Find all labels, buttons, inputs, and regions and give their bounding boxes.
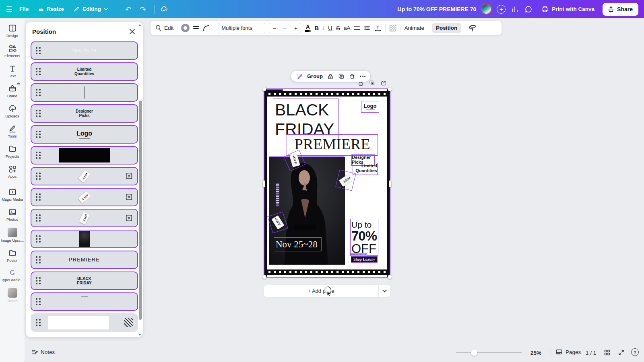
layer-row-2-text[interactable]: LimitedQuantities (31, 62, 138, 81)
lock-button[interactable] (327, 73, 334, 80)
edit-icon (155, 25, 162, 31)
notes-button[interactable]: Notes (31, 349, 55, 355)
letter-case-button[interactable]: aA (344, 25, 351, 31)
sidebar-item-text[interactable]: Text (0, 61, 25, 81)
help-button[interactable]: ? (631, 348, 639, 356)
export-icon[interactable] (380, 80, 386, 86)
transparency-button[interactable] (389, 25, 396, 32)
position-button[interactable]: Position (432, 23, 461, 33)
print-with-canva-button[interactable]: Print with Canva (538, 3, 598, 15)
sidebar-item-tools[interactable]: Tools (0, 121, 25, 141)
redo-button[interactable]: ↷ (137, 5, 149, 14)
font-size-value[interactable]: -- (283, 25, 287, 31)
font-size-minus-button[interactable]: − (272, 25, 276, 31)
layer-price-tag: OFF (78, 191, 91, 203)
sidebar-item-tracer[interactable]: Tracer (0, 285, 25, 306)
scroll-down-icon[interactable]: ▼ (138, 333, 141, 336)
bottom-bar: Notes 25% Pages 1 / 1 ? (25, 344, 644, 362)
alignment-button[interactable] (354, 26, 360, 30)
sidebar-item-poster[interactable]: Poster (0, 245, 25, 265)
shop-luxury-button[interactable]: Shop Luxury (351, 256, 378, 263)
layer-row-13-frame-rect[interactable] (31, 292, 138, 311)
more-options-button[interactable] (360, 76, 365, 77)
duplicate-button[interactable] (338, 73, 345, 80)
strikethrough-button[interactable]: S (336, 25, 340, 31)
color-swatch-button[interactable] (181, 24, 190, 32)
copy-style-button[interactable] (469, 25, 476, 32)
layer-logo: Logo (31, 126, 137, 143)
sidebar-item-design[interactable]: Design (0, 21, 25, 41)
zoom-value[interactable]: 25% (530, 350, 541, 356)
offer-subtext[interactable]: PREMIERE 70 (351, 253, 367, 256)
pages-button[interactable]: Pages (555, 349, 581, 355)
poster-right-border (387, 89, 390, 277)
magic-edit-icon[interactable] (296, 73, 303, 80)
panel-scrollbar[interactable] (139, 101, 142, 320)
layer-row-4-text[interactable]: DesignerPicks (31, 104, 138, 123)
save-status-icon[interactable] (160, 5, 168, 13)
font-selector[interactable]: Multiple fonts (218, 23, 265, 33)
close-panel-button[interactable] (128, 28, 136, 35)
editing-mode-button[interactable]: Editing (70, 4, 111, 14)
sidebar-item-photos[interactable]: Photos (0, 204, 25, 224)
sidebar-item-uploads[interactable]: Uploads (0, 101, 25, 121)
layer-row-9-tag[interactable]: OFF (31, 209, 138, 227)
italic-button[interactable]: I (322, 25, 324, 31)
fullscreen-button[interactable] (618, 349, 625, 356)
text-color-button[interactable]: A (305, 25, 311, 32)
dates-text[interactable]: Nov 25~28 (274, 237, 322, 251)
layer-row-3-vline[interactable] (31, 83, 138, 102)
bold-button[interactable]: B (314, 25, 319, 31)
layer-row-10-photo[interactable] (31, 230, 138, 248)
insights-button[interactable] (510, 5, 519, 14)
sidebar-item-brand[interactable]: Brand (0, 81, 25, 101)
layer-frame-rectangle (81, 296, 88, 307)
font-size-plus-button[interactable]: + (294, 25, 297, 31)
layer-row-12-text[interactable]: BLACKFRIDAY (31, 272, 138, 290)
layer-row-1-text[interactable]: Nov 25-28 (31, 41, 138, 60)
layer-row-7-tag[interactable]: OFF (31, 167, 138, 185)
sidebar-item-projects[interactable]: Projects (0, 141, 25, 161)
file-menu-button[interactable]: File (16, 4, 32, 14)
layer-row-8-tag[interactable]: OFF (31, 188, 138, 206)
share-button[interactable]: Share (603, 3, 638, 16)
zoom-slider[interactable] (456, 352, 522, 353)
add-page-dropdown[interactable] (378, 285, 390, 297)
offer-text[interactable]: Up to 70% OFF (350, 219, 378, 256)
undo-button[interactable]: ↶ (123, 5, 134, 14)
comments-button[interactable] (524, 5, 533, 14)
layer-row-11-text[interactable]: PREMIERE (31, 251, 138, 269)
delete-button[interactable] (349, 73, 355, 80)
grid-view-button[interactable] (604, 349, 611, 356)
layer-row-5-logo[interactable]: Logo (31, 125, 138, 144)
add-member-button[interactable]: + (497, 5, 506, 14)
main-menu-icon[interactable] (6, 6, 13, 12)
animate-button[interactable]: Animate (404, 25, 424, 31)
sidebar-item-apps[interactable]: Apps (0, 161, 25, 181)
logo-element[interactable]: Logo (361, 101, 379, 113)
position-panel: Position Nov 25-28LimitedQuantitiesDesig… (26, 22, 143, 337)
underline-button[interactable]: U (328, 25, 332, 31)
document-title[interactable]: Up to 70% OFF PREMIERE 70 (397, 6, 476, 12)
group-button[interactable]: Group (307, 73, 323, 79)
list-button[interactable] (364, 25, 371, 31)
layer-row-14-background[interactable] (31, 313, 138, 332)
spacing-button[interactable] (374, 25, 382, 32)
corner-curve-button[interactable] (202, 24, 210, 32)
resize-button[interactable]: Resize (35, 4, 67, 14)
sidebar-item-magic-media[interactable]: Magic Media (0, 184, 25, 204)
avatar[interactable] (481, 4, 492, 14)
layer-row-6-black-bar[interactable] (31, 146, 138, 165)
edit-button[interactable]: Edit (155, 25, 173, 31)
scroll-up-icon[interactable]: ▲ (138, 23, 141, 26)
poster-page[interactable]: BLACK FRIDAY PREMIERE Logo DesignerPicks… (264, 89, 390, 277)
border-weight-button[interactable] (193, 26, 199, 31)
limited-quantities-text[interactable]: LimitedQuantities (353, 163, 378, 175)
duplicate-icon[interactable] (369, 80, 375, 86)
layer-text: Nov 25-28 (31, 42, 137, 59)
sidebar-item-typegradient[interactable]: GTypeGradie... (0, 265, 25, 285)
zoom-slider-handle[interactable] (471, 350, 477, 356)
sidebar-item-image-upscaler[interactable]: Image Upsc... (0, 224, 25, 245)
sidebar-item-elements[interactable]: Elements (0, 41, 25, 61)
vertical-text-element[interactable] (276, 183, 279, 206)
